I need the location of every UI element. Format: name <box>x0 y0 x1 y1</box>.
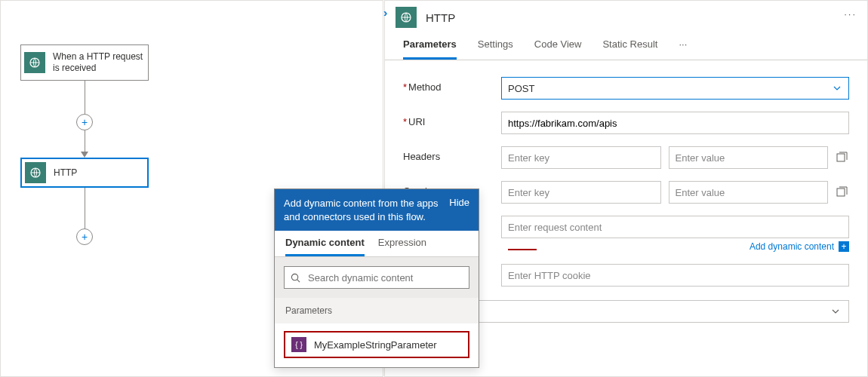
tab-overflow-icon[interactable]: ··· <box>679 38 687 60</box>
dynamic-content-banner: Add dynamic content from the apps and co… <box>275 189 479 231</box>
row-uri: URI <box>385 109 867 143</box>
connector-line <box>85 188 85 228</box>
svg-rect-3 <box>837 154 845 161</box>
svg-line-6 <box>297 279 300 281</box>
dynamic-section-parameters: Parameters <box>275 298 479 323</box>
plus-icon: + <box>839 241 849 252</box>
cookie-input[interactable] <box>501 264 849 287</box>
svg-point-5 <box>291 274 297 280</box>
panel-tabs: Parameters Settings Code View Static Res… <box>385 31 867 60</box>
body-input[interactable] <box>501 216 849 238</box>
add-step-button[interactable]: + <box>76 228 93 245</box>
search-icon <box>291 273 300 283</box>
switch-mode-icon[interactable] <box>836 152 849 164</box>
tab-static-result[interactable]: Static Result <box>602 38 657 60</box>
action-node-http[interactable]: HTTP <box>20 158 149 188</box>
dynamic-item-label: MyExampleStringParameter <box>314 339 437 351</box>
panel-title: HTTP <box>426 11 455 24</box>
svg-rect-4 <box>837 188 845 196</box>
chevron-down-icon <box>830 306 841 317</box>
tab-settings[interactable]: Settings <box>478 38 513 60</box>
row-headers: Headers <box>385 143 867 178</box>
connector-line <box>85 130 85 152</box>
method-select[interactable]: POST <box>501 77 849 100</box>
action-node-label: HTTP <box>49 164 147 182</box>
tab-code-view[interactable]: Code View <box>534 38 582 60</box>
banner-text: Add dynamic content from the apps and co… <box>284 197 440 223</box>
dynamic-content-tabs: Dynamic content Expression <box>275 231 479 257</box>
http-action-icon <box>396 7 417 28</box>
headers-key-input[interactable] <box>501 146 661 169</box>
panel-header: ›› HTTP ··· <box>385 1 867 31</box>
parameter-icon: { } <box>291 337 306 352</box>
switch-mode-icon[interactable] <box>836 186 849 198</box>
add-step-button[interactable]: + <box>76 114 93 130</box>
uri-input[interactable] <box>501 112 849 134</box>
headers-value-input[interactable] <box>669 146 829 169</box>
hide-link[interactable]: Hide <box>449 197 469 223</box>
trigger-node-label: When a HTTP request is received <box>48 48 148 77</box>
headers-label: Headers <box>403 146 501 162</box>
arrow-down-icon <box>81 152 88 158</box>
dynamic-item-myexamplestringparameter[interactable]: { } MyExampleStringParameter <box>284 331 469 358</box>
queries-key-input[interactable] <box>501 181 661 204</box>
tab-dynamic-content[interactable]: Dynamic content <box>285 237 365 256</box>
dynamic-content-popup: Add dynamic content from the apps and co… <box>274 188 479 368</box>
collapse-panel-icon[interactable]: ›› <box>382 7 384 19</box>
dynamic-content-search-input[interactable] <box>306 271 463 284</box>
http-trigger-icon <box>24 52 45 73</box>
connector-line <box>85 81 85 114</box>
http-action-icon <box>25 162 46 183</box>
spellcheck-underline <box>508 249 537 250</box>
uri-label: URI <box>403 112 501 127</box>
more-menu-icon[interactable]: ··· <box>844 8 857 20</box>
method-label: Method <box>403 77 501 93</box>
add-dynamic-content-link[interactable]: Add dynamic content + <box>501 241 849 252</box>
chevron-down-icon <box>832 83 842 93</box>
method-value: POST <box>508 83 534 94</box>
trigger-node[interactable]: When a HTTP request is received <box>20 44 149 81</box>
queries-value-input[interactable] <box>669 181 829 204</box>
tab-parameters[interactable]: Parameters <box>403 38 457 60</box>
tab-expression[interactable]: Expression <box>378 237 426 256</box>
dynamic-content-search[interactable] <box>284 266 469 289</box>
row-method: Method POST <box>385 74 867 109</box>
